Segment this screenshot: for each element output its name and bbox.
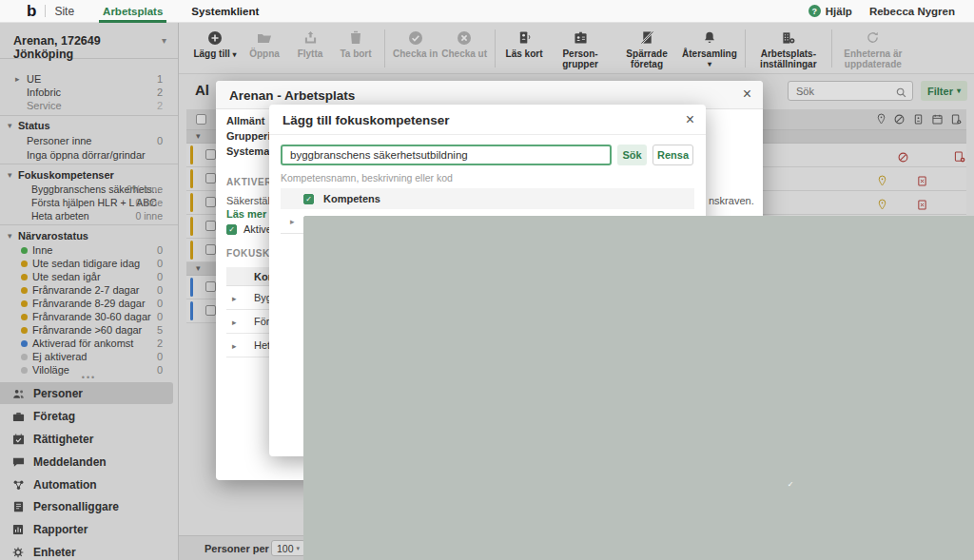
search-hint: Kompetensnamn, beskrivning eller kod <box>281 172 453 183</box>
competence-search-input[interactable] <box>281 145 612 165</box>
modal-title: Lägg till fokuskompetenser <box>282 113 450 127</box>
search-button[interactable]: Sök <box>617 145 647 165</box>
activation-text-fragment: nskraven. <box>709 195 754 206</box>
modal-header: Lägg till fokuskompetenser × <box>269 105 706 135</box>
chevron-right-icon[interactable]: ▸ <box>232 294 237 303</box>
read-more-link[interactable]: Läs mer <box>226 208 266 220</box>
chevron-right-icon[interactable]: ▸ <box>290 217 295 226</box>
competence-tree-header: ✓ Kompetens <box>281 188 694 209</box>
close-icon[interactable]: × <box>743 86 751 103</box>
close-icon[interactable]: × <box>686 111 694 128</box>
user-menu[interactable]: Rebecca Nygren <box>869 6 955 17</box>
infobric-logo[interactable]: b <box>27 2 36 21</box>
divider <box>45 5 46 17</box>
product-name: Site <box>54 5 74 18</box>
add-focus-competences-modal: Lägg till fokuskompetenser × Sök Rensa K… <box>269 105 706 456</box>
checkbox-checked[interactable]: ✓ <box>303 194 314 204</box>
competence-tree-row[interactable]: ▸ ✓ Byggbranschens säkerhetsutbildning <box>281 209 694 234</box>
checkbox-checked-disabled[interactable]: ✓ <box>303 216 974 560</box>
chevron-right-icon[interactable]: ▸ <box>232 341 237 351</box>
chevron-right-icon[interactable]: ▸ <box>232 318 237 327</box>
tab-arbetsplats[interactable]: Arbetsplats <box>99 0 166 23</box>
checkbox-checked[interactable]: ✓ <box>226 224 237 235</box>
clear-button[interactable]: Rensa <box>653 145 693 165</box>
modal-title: Arenan - Arbetsplats <box>229 88 355 103</box>
help-link[interactable]: ?Hjälp <box>808 5 852 17</box>
help-label: Hjälp <box>826 6 852 17</box>
tab-systemklient[interactable]: Systemklient <box>187 0 263 23</box>
top-app-bar: b Site Arbetsplats Systemklient ?Hjälp R… <box>0 0 974 23</box>
help-icon: ? <box>808 5 821 17</box>
